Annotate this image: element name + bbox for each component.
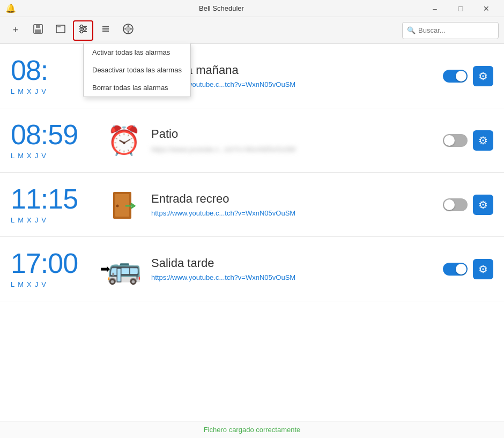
alarm-controls: ⚙ — [443, 195, 493, 215]
day-X: X — [27, 280, 32, 288]
day-M: M — [18, 216, 24, 224]
alarm-url[interactable]: https://www.youtube.c...tch?v=WxnN05vOuS… — [151, 80, 434, 88]
svg-rect-1 — [36, 25, 40, 28]
alarm-name: Entrada recreo — [151, 192, 434, 206]
svg-point-15 — [125, 26, 131, 32]
toolbar: + — [0, 17, 504, 44]
alarm-info: Entrada mañana https://www.youtube.c...t… — [151, 63, 434, 88]
alarm-time-block: 08:59 L M X J V — [11, 121, 97, 160]
toggle-knob — [456, 264, 466, 274]
window-title: Bell Scheduler — [20, 4, 423, 12]
day-J: J — [35, 280, 39, 288]
day-M: M — [18, 87, 24, 95]
alarm-time: 17:00 — [11, 249, 97, 277]
alarm-days: L M X J V — [11, 152, 97, 160]
svg-rect-4 — [57, 25, 61, 27]
alarm-url-blurred: https://www.youtube.c...tch?v=WxnN05vOuS… — [151, 145, 295, 153]
window-controls: – □ ✕ — [423, 0, 499, 17]
status-text: Fichero cargado correctamente — [204, 426, 301, 434]
alarm-controls: ⚙ — [443, 66, 493, 86]
close-button[interactable]: ✕ — [474, 0, 499, 17]
alarm-name: Entrada mañana — [151, 63, 434, 77]
alarm-row: 08: L M X J V 🚌 Entrada mañana https://w… — [0, 44, 504, 108]
door-svg — [107, 188, 141, 222]
alarm-icon-clock: ⏰ — [105, 122, 143, 159]
alarm-row: 08:59 L M X J V ⏰ Patio https://www.yout… — [0, 108, 504, 173]
main-content: 08: L M X J V 🚌 Entrada mañana https://w… — [0, 44, 504, 421]
minimize-button[interactable]: – — [423, 0, 447, 17]
activate-all-item[interactable]: Activar todas las alarmas — [84, 43, 190, 61]
alarm-url[interactable]: https://www.youtube.c...tch?v=WxnN05vOuS… — [151, 209, 434, 217]
gear-icon: ⚙ — [478, 70, 488, 83]
day-J: J — [35, 152, 39, 160]
clock-emoji: ⏰ — [107, 127, 142, 154]
search-box: 🔍 — [402, 22, 499, 39]
gear-icon: ⚙ — [478, 134, 488, 147]
deactivate-all-item[interactable]: Desactivar todas las alarmas — [84, 61, 190, 79]
list-icon — [100, 24, 111, 37]
alarm-controls: ⚙ — [443, 130, 493, 151]
alarm-toggle[interactable] — [443, 134, 468, 147]
alarm-days: L M X J V — [11, 280, 97, 288]
alarm-time-block: 17:00 L M X J V — [11, 249, 97, 288]
maximize-button[interactable]: □ — [448, 0, 473, 17]
alarm-icon-door — [105, 186, 143, 224]
day-V: V — [41, 280, 46, 288]
alarm-url[interactable]: https://www.youtube.c...tch?v=WxnN05vOuS… — [151, 273, 434, 281]
alarm-toggle[interactable] — [443, 263, 468, 276]
alarm-info: Salida tarde https://www.youtube.c...tch… — [151, 256, 434, 281]
bus-exit-wrapper: 🚌 ➡ — [107, 255, 142, 283]
day-X: X — [27, 216, 32, 224]
filter-icon — [78, 24, 88, 37]
day-X: X — [27, 87, 32, 95]
day-V: V — [41, 152, 46, 160]
day-L: L — [11, 152, 14, 160]
alarm-controls: ⚙ — [443, 259, 493, 279]
filter-button[interactable] — [73, 20, 93, 41]
svg-rect-2 — [35, 29, 41, 33]
toggle-knob — [444, 135, 455, 146]
svg-point-23 — [116, 204, 119, 207]
dropdown-menu: Activar todas las alarmas Desactivar tod… — [83, 43, 191, 97]
save-button[interactable] — [28, 20, 48, 41]
day-X: X — [27, 152, 32, 160]
alarm-icon-bus-exit: 🚌 ➡ — [105, 250, 143, 288]
day-L: L — [11, 280, 14, 288]
tab-icon — [55, 24, 66, 37]
search-icon: 🔍 — [407, 26, 416, 34]
day-M: M — [18, 280, 24, 288]
tab-button[interactable] — [50, 20, 71, 41]
alarm-settings-button[interactable]: ⚙ — [473, 130, 493, 151]
alarm-settings-button[interactable]: ⚙ — [473, 66, 493, 86]
alarm-settings-button[interactable]: ⚙ — [473, 259, 493, 279]
day-M: M — [18, 152, 24, 160]
titlebar: 🔔 Bell Scheduler – □ ✕ — [0, 0, 504, 17]
gear-icon: ⚙ — [478, 263, 488, 276]
alarm-row: 17:00 L M X J V 🚌 ➡ Salida tarde https:/… — [0, 237, 504, 301]
alarm-name: Salida tarde — [151, 256, 434, 270]
day-L: L — [11, 87, 14, 95]
alarm-time: 11:15 — [11, 185, 97, 213]
help-icon — [122, 23, 134, 38]
alarm-settings-button[interactable]: ⚙ — [473, 195, 493, 215]
day-J: J — [35, 87, 39, 95]
day-L: L — [11, 216, 14, 224]
add-alarm-button[interactable]: + — [5, 20, 26, 41]
arrow-emoji: ➡ — [100, 262, 110, 276]
alarm-toggle[interactable] — [443, 70, 468, 83]
statusbar: Fichero cargado correctamente — [0, 421, 504, 438]
svg-point-8 — [80, 25, 83, 28]
day-V: V — [41, 216, 46, 224]
alarm-info: Patio https://www.youtube.c...tch?v=WxnN… — [151, 127, 434, 154]
day-V: V — [41, 87, 46, 95]
alarm-time: 08:59 — [11, 121, 97, 149]
list-button[interactable] — [95, 20, 116, 41]
day-J: J — [35, 216, 39, 224]
alarm-toggle[interactable] — [443, 198, 468, 211]
toggle-knob — [444, 199, 455, 210]
search-input[interactable] — [418, 26, 494, 34]
gear-icon: ⚙ — [478, 198, 488, 211]
help-button[interactable] — [118, 20, 138, 41]
delete-all-item[interactable]: Borrar todas las alarmas — [84, 79, 190, 96]
svg-point-10 — [80, 31, 83, 33]
